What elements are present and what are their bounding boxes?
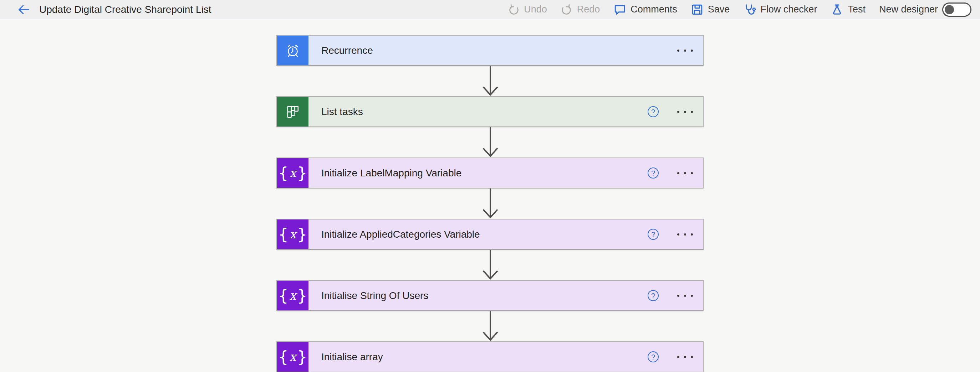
help-icon[interactable]: ? <box>648 229 659 240</box>
redo-icon <box>561 3 573 16</box>
flow-checker-icon <box>743 3 756 16</box>
comments-icon <box>613 3 626 16</box>
undo-button[interactable]: Undo <box>508 3 547 16</box>
flow-step-recurrence[interactable]: Recurrence <box>276 35 704 66</box>
step-title: Initialise String Of Users <box>309 281 648 310</box>
flow-canvas: Recurrence List tasks <box>0 19 980 372</box>
back-arrow-icon <box>17 3 30 16</box>
help-icon[interactable]: ? <box>648 351 659 363</box>
variable-icon: {x} <box>277 220 309 249</box>
test-flask-icon <box>830 3 843 16</box>
ellipsis-menu-button[interactable] <box>676 170 694 176</box>
save-label: Save <box>708 4 730 15</box>
step-controls: ? <box>648 281 703 310</box>
undo-label: Undo <box>524 4 547 15</box>
connector-arrow <box>482 127 499 158</box>
ellipsis-menu-button[interactable] <box>676 109 694 115</box>
step-controls: ? <box>648 97 703 127</box>
step-title: Initialise array <box>309 342 648 372</box>
new-designer-control: New designer <box>879 3 972 17</box>
step-title: List tasks <box>309 97 648 127</box>
save-icon <box>691 3 704 16</box>
step-controls: ? <box>648 158 703 188</box>
flow-step-initialise-string-of-users[interactable]: {x} Initialise String Of Users ? <box>276 280 704 311</box>
toggle-knob <box>945 5 954 14</box>
step-title: Initialize AppliedCategories Variable <box>309 220 648 249</box>
connector-arrow <box>482 311 499 342</box>
top-command-bar: Update Digital Creative Sharepoint List … <box>0 0 980 19</box>
save-button[interactable]: Save <box>691 3 730 16</box>
step-controls <box>676 36 703 65</box>
flow-step-initialize-appliedcategories[interactable]: {x} Initialize AppliedCategories Variabl… <box>276 219 704 250</box>
back-button[interactable] <box>16 2 31 17</box>
ellipsis-menu-button[interactable] <box>676 354 694 360</box>
step-title: Initialize LabelMapping Variable <box>309 158 648 188</box>
ellipsis-menu-button[interactable] <box>676 231 694 237</box>
test-button[interactable]: Test <box>830 3 865 16</box>
flow-checker-label: Flow checker <box>760 4 817 15</box>
connector-arrow <box>482 188 499 219</box>
variable-icon: {x} <box>277 342 309 372</box>
flow-checker-button[interactable]: Flow checker <box>743 3 817 16</box>
step-title: Recurrence <box>309 36 676 65</box>
variable-icon: {x} <box>277 281 309 310</box>
connector-arrow <box>482 250 499 280</box>
ellipsis-menu-button[interactable] <box>676 47 694 54</box>
undo-icon <box>508 3 520 16</box>
help-icon[interactable]: ? <box>648 168 659 179</box>
flow-step-initialise-array[interactable]: {x} Initialise array ? <box>276 341 704 372</box>
test-label: Test <box>848 4 865 15</box>
planner-board-icon <box>277 97 309 127</box>
comments-button[interactable]: Comments <box>613 3 677 16</box>
help-icon[interactable]: ? <box>648 106 659 117</box>
connector-arrow <box>482 66 499 97</box>
comments-label: Comments <box>630 4 677 15</box>
flow-step-initialize-labelmapping[interactable]: {x} Initialize LabelMapping Variable ? <box>276 157 704 188</box>
redo-button[interactable]: Redo <box>561 3 600 16</box>
ellipsis-menu-button[interactable] <box>676 293 694 299</box>
flow-step-list-tasks[interactable]: List tasks ? <box>276 96 704 127</box>
step-controls: ? <box>648 342 703 372</box>
step-controls: ? <box>648 220 703 249</box>
redo-label: Redo <box>577 4 600 15</box>
new-designer-toggle[interactable] <box>942 3 972 17</box>
flow-designer: Update Digital Creative Sharepoint List … <box>0 0 980 372</box>
new-designer-label: New designer <box>879 4 938 15</box>
topbar-actions: Undo Redo Comments Sav <box>508 3 980 17</box>
flow-title: Update Digital Creative Sharepoint List <box>39 4 211 15</box>
variable-icon: {x} <box>277 158 309 188</box>
help-icon[interactable]: ? <box>648 290 659 301</box>
alarm-clock-icon <box>277 36 309 65</box>
